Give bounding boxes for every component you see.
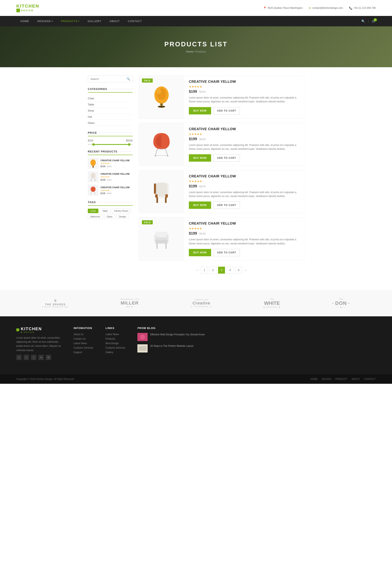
recent-product-info-1: CREATIVE CHAIR YELLOW ★★★★★ $199 $299 bbox=[100, 159, 133, 168]
pagination: ← 1 2 3 4 5 → bbox=[139, 267, 304, 274]
product-price-3: $199 $279 bbox=[189, 184, 299, 188]
page-3[interactable]: 3 bbox=[218, 267, 225, 274]
search-input[interactable] bbox=[90, 77, 127, 81]
chevron-down-icon: ▾ bbox=[52, 20, 53, 22]
add-to-cart-button-1[interactable]: ADD TO CART bbox=[213, 107, 240, 114]
footer-social: f v t ✦ G bbox=[16, 355, 61, 360]
footer-blog-title: FROM BLOG bbox=[137, 326, 376, 330]
breadcrumb-home[interactable]: Home bbox=[186, 50, 193, 53]
svg-point-2 bbox=[91, 173, 95, 179]
nav-contact[interactable]: CONTACT bbox=[124, 16, 146, 26]
pagination-prev[interactable]: ← bbox=[196, 268, 199, 272]
footer-col-links: LINKS Latest News Products Best Design C… bbox=[106, 326, 125, 360]
svg-point-34 bbox=[140, 335, 145, 339]
add-to-cart-button-4[interactable]: ADD TO CART bbox=[213, 249, 240, 256]
page-4[interactable]: 4 bbox=[227, 267, 234, 274]
svg-rect-21 bbox=[165, 197, 167, 203]
buy-now-button-2[interactable]: BUY NOW bbox=[189, 154, 211, 162]
category-hat[interactable]: Hat bbox=[88, 114, 133, 120]
footer-link-customs[interactable]: Customs Services bbox=[106, 346, 125, 349]
social-facebook[interactable]: f bbox=[16, 355, 22, 360]
footer-nav-design[interactable]: DESIGN bbox=[322, 378, 331, 381]
category-shoe[interactable]: Shoe bbox=[88, 108, 133, 114]
blog-title-2[interactable]: 20 Steps to The Perfect Website Layout bbox=[150, 344, 193, 348]
social-google[interactable]: G bbox=[46, 355, 51, 360]
page-1[interactable]: 1 bbox=[201, 267, 208, 274]
blog-item-2[interactable]: 20 Steps to The Perfect Website Layout bbox=[137, 344, 376, 352]
search-icon[interactable]: 🔍 bbox=[127, 77, 130, 81]
hero-content: PRODUCTS LIST Home / Products bbox=[164, 41, 228, 53]
footer-link-gallery[interactable]: Gallery bbox=[106, 351, 125, 354]
tag-design[interactable]: Design bbox=[116, 214, 129, 219]
slider-thumb-left[interactable] bbox=[92, 143, 95, 146]
footer-nav-about[interactable]: ABOUT bbox=[351, 378, 360, 381]
nav-home[interactable]: HOME bbox=[16, 16, 33, 26]
recent-product-item[interactable]: CREATIVE CHAIR YELLOW ★★★★★ $199 $299 bbox=[88, 171, 133, 182]
product-card-3: CREATIVE CHAIR YELLOW ★★★★★ $199 $279 Lo… bbox=[139, 170, 304, 213]
add-to-cart-button-2[interactable]: ADD TO CART bbox=[213, 154, 240, 162]
cart-icon[interactable]: 🛒 0 bbox=[372, 19, 376, 23]
email-item: ✉ contact@kitchendesign.com bbox=[309, 7, 343, 10]
product-info-3: CREATIVE CHAIR YELLOW ★★★★★ $199 $279 Lo… bbox=[184, 170, 304, 213]
category-glass[interactable]: Glass bbox=[88, 120, 133, 126]
slider-thumb-right[interactable] bbox=[128, 143, 131, 146]
footer-info-about[interactable]: About Us bbox=[73, 333, 93, 336]
search-box[interactable]: 🔍 bbox=[88, 75, 133, 82]
social-twitter[interactable]: t bbox=[31, 355, 36, 360]
phone-icon: 📞 bbox=[349, 7, 352, 10]
footer-info-contact[interactable]: Contact Us bbox=[73, 337, 93, 340]
product-desc-1: Lorem ipsum dolor sit amet, consectetur … bbox=[189, 96, 299, 104]
footer-nav-product[interactable]: PRODUCT bbox=[335, 378, 347, 381]
logo[interactable]: KITCHEN DESIGN bbox=[16, 4, 39, 12]
footer-link-products[interactable]: Products bbox=[106, 337, 125, 340]
recent-product-img-2 bbox=[88, 171, 98, 182]
svg-line-15 bbox=[166, 149, 168, 155]
social-instagram[interactable]: ✦ bbox=[38, 355, 44, 360]
tag-chair[interactable]: Chair bbox=[88, 209, 98, 213]
footer-info-customs[interactable]: Customs Services bbox=[73, 346, 93, 349]
category-chair[interactable]: Chair bbox=[88, 95, 133, 101]
tag-table[interactable]: Table bbox=[100, 209, 110, 213]
footer-nav-home[interactable]: HOME bbox=[310, 378, 318, 381]
price-slider[interactable] bbox=[88, 144, 133, 145]
footer-link-news[interactable]: Latest News bbox=[106, 333, 125, 336]
footer-link-design[interactable]: Best Design bbox=[106, 342, 125, 345]
footer-nav-contact[interactable]: CONTACT bbox=[364, 378, 376, 381]
svg-point-19 bbox=[167, 155, 168, 156]
search-icon[interactable]: 🔍 bbox=[361, 19, 365, 23]
navbar: HOME DESIGNS ▾ PRODUCTS ▾ GALLERY ABOUT … bbox=[0, 16, 392, 26]
buy-now-button-4[interactable]: BUY NOW bbox=[189, 249, 211, 256]
page-2[interactable]: 2 bbox=[209, 267, 216, 274]
footer-info-support[interactable]: Support bbox=[73, 351, 93, 354]
chair-white-svg bbox=[150, 178, 173, 205]
buy-now-button-3[interactable]: BUY NOW bbox=[189, 201, 211, 209]
recent-product-info-3: CREATIVE CHAIR YELLOW ★★★★★ $199 $299 bbox=[100, 186, 133, 195]
logo-text: KITCHEN DESIGN bbox=[16, 4, 39, 12]
blog-title-1[interactable]: Effective Web Design Principles You Shou… bbox=[150, 333, 204, 336]
page-5[interactable]: 5 bbox=[235, 267, 242, 274]
pagination-next[interactable]: → bbox=[244, 268, 247, 272]
nav-products[interactable]: PRODUCTS ▾ bbox=[57, 16, 84, 26]
footer-links-list: Latest News Products Best Design Customs… bbox=[106, 333, 125, 354]
footer-logo-name: KITCHEN bbox=[21, 326, 42, 331]
add-to-cart-button-3[interactable]: ADD TO CART bbox=[213, 201, 240, 209]
recent-product-item[interactable]: CREATIVE CHAIR YELLOW ★★★★★ $199 $299 bbox=[88, 185, 133, 196]
nav-gallery[interactable]: GALLERY bbox=[83, 16, 105, 26]
footer-info-news[interactable]: Latest News bbox=[73, 342, 93, 345]
categories-title: CATEGORIES bbox=[88, 87, 133, 93]
category-table[interactable]: Table bbox=[88, 101, 133, 108]
blog-item-1[interactable]: Effective Web Design Principles You Shou… bbox=[137, 333, 376, 341]
nav-designs[interactable]: DESIGNS ▾ bbox=[33, 16, 57, 26]
blog-thumb-1 bbox=[137, 333, 148, 341]
tags-list: Chair Table Kitchen Room Bathroom Glass … bbox=[88, 209, 133, 219]
recent-product-img-1 bbox=[88, 158, 98, 169]
tag-glass[interactable]: Glass bbox=[104, 214, 115, 219]
tag-kitchen[interactable]: Kitchen Room bbox=[112, 209, 131, 213]
chair-red-svg bbox=[150, 131, 173, 157]
crown-icon: ♛ bbox=[42, 298, 68, 303]
buy-now-button-1[interactable]: BUY NOW bbox=[189, 107, 211, 114]
tag-bathroom[interactable]: Bathroom bbox=[88, 214, 103, 219]
nav-about[interactable]: ABOUT bbox=[105, 16, 124, 26]
social-vimeo[interactable]: v bbox=[24, 355, 29, 360]
recent-product-item[interactable]: CREATIVE CHAIR YELLOW ★★★★★ $199 $299 bbox=[88, 158, 133, 169]
